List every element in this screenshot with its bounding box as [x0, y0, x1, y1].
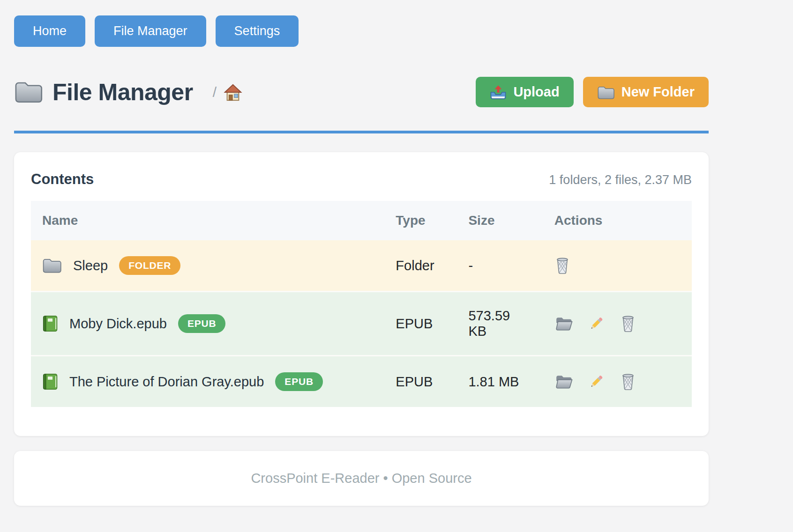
- move-button[interactable]: [554, 374, 573, 390]
- size-cell: 573.59 KB: [457, 292, 543, 356]
- contents-title: Contents: [31, 171, 94, 188]
- delete-button[interactable]: [620, 315, 636, 332]
- green-book-icon: [42, 373, 58, 391]
- delete-button[interactable]: [620, 373, 636, 391]
- type-cell: Folder: [384, 240, 457, 292]
- folder-icon: [14, 80, 43, 104]
- actions-cell: [554, 257, 681, 274]
- pencil-icon: [588, 378, 605, 385]
- column-header-actions: Actions: [543, 201, 692, 240]
- trash-icon: [620, 320, 636, 327]
- page-title: File Manager: [52, 79, 193, 106]
- page-container: Home File Manager Settings File Manager …: [14, 0, 709, 506]
- footer-card: CrossPoint E-Reader • Open Source: [14, 451, 709, 506]
- item-name: Sleep: [73, 258, 108, 273]
- files-table: Name Type Size Actions: [31, 201, 692, 407]
- header-buttons: Upload New Folder: [476, 77, 709, 107]
- actions-cell: [554, 315, 681, 332]
- table-header-row: Name Type Size Actions: [31, 201, 692, 240]
- header-divider: [14, 131, 709, 133]
- nav-settings-button[interactable]: Settings: [216, 15, 299, 47]
- folder-icon: [597, 84, 615, 100]
- open-folder-icon: [554, 320, 573, 327]
- title-wrap: File Manager /: [14, 79, 243, 106]
- column-header-name: Name: [31, 201, 384, 240]
- contents-summary: 1 folders, 2 files, 2.37 MB: [549, 173, 692, 187]
- actions-cell: [554, 373, 681, 391]
- upload-button-label: Upload: [513, 84, 559, 100]
- folder-icon: [42, 257, 62, 274]
- type-cell: EPUB: [384, 356, 457, 407]
- upload-button[interactable]: Upload: [476, 77, 573, 107]
- name-cell: Sleep FOLDER: [42, 256, 373, 275]
- trash-icon: [620, 378, 636, 385]
- nav-home-button[interactable]: Home: [14, 15, 85, 47]
- item-name: Moby Dick.epub: [69, 316, 167, 332]
- nav-file-manager-button[interactable]: File Manager: [95, 15, 206, 47]
- house-icon[interactable]: [223, 82, 243, 102]
- type-badge: FOLDER: [119, 256, 180, 275]
- rename-button[interactable]: [588, 373, 605, 390]
- column-header-size: Size: [457, 201, 543, 240]
- pencil-icon: [588, 320, 605, 327]
- open-folder-icon: [554, 378, 573, 385]
- top-nav: Home File Manager Settings: [14, 0, 709, 47]
- new-folder-button-label: New Folder: [621, 84, 695, 100]
- breadcrumb: /: [213, 82, 243, 102]
- breadcrumb-separator: /: [213, 84, 217, 100]
- size-cell: 1.81 MB: [457, 356, 543, 407]
- item-name: The Picture of Dorian Gray.epub: [69, 374, 264, 390]
- outbox-tray-icon: [490, 84, 507, 100]
- contents-card: Contents 1 folders, 2 files, 2.37 MB Nam…: [14, 152, 709, 436]
- name-cell: The Picture of Dorian Gray.epub EPUB: [42, 372, 373, 391]
- contents-card-header: Contents 1 folders, 2 files, 2.37 MB: [31, 171, 692, 188]
- delete-button[interactable]: [554, 257, 570, 274]
- page-header: File Manager /: [14, 77, 709, 107]
- type-badge: EPUB: [275, 372, 323, 391]
- new-folder-button[interactable]: New Folder: [583, 77, 709, 107]
- type-badge: EPUB: [178, 314, 226, 333]
- rename-button[interactable]: [588, 315, 605, 332]
- table-row: Moby Dick.epub EPUB EPUB 573.59 KB: [31, 292, 692, 356]
- name-cell: Moby Dick.epub EPUB: [42, 314, 373, 333]
- green-book-icon: [42, 315, 58, 332]
- footer-text: CrossPoint E-Reader • Open Source: [251, 471, 471, 486]
- table-row: Sleep FOLDER Folder -: [31, 240, 692, 292]
- table-row: The Picture of Dorian Gray.epub EPUB EPU…: [31, 356, 692, 407]
- move-button[interactable]: [554, 316, 573, 332]
- trash-icon: [554, 262, 570, 269]
- size-cell: -: [457, 240, 543, 292]
- type-cell: EPUB: [384, 292, 457, 356]
- column-header-type: Type: [384, 201, 457, 240]
